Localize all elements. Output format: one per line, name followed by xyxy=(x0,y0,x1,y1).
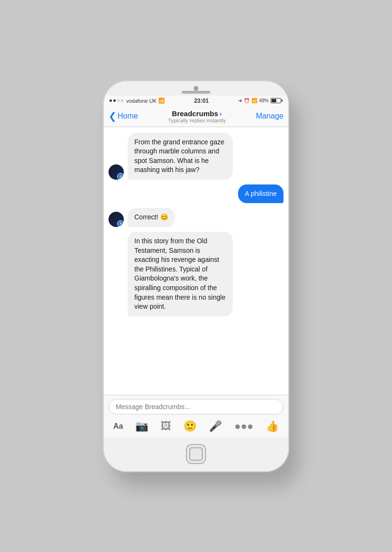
signal-dot-4 xyxy=(121,99,123,102)
messenger-badge: ⚡ xyxy=(117,173,124,180)
bluetooth-icon: 📶 xyxy=(251,98,257,103)
location-icon: ➜ xyxy=(238,98,242,103)
input-area: Aa 📷 🖼 🙂 🎤 ●●● 👍 xyxy=(104,395,288,437)
camera xyxy=(194,86,198,91)
avatar: ⚡ xyxy=(109,164,124,180)
phone-frame: vodafone UK 📶 23:01 ➜ ⏰ 📶 49% ❮ xyxy=(103,80,289,472)
signal-dot-3 xyxy=(117,99,120,102)
back-chevron-icon: ❮ xyxy=(109,110,117,122)
status-bar: vodafone UK 📶 23:01 ➜ ⏰ 📶 49% xyxy=(104,96,288,106)
battery-icon xyxy=(271,98,283,103)
received-bubble: From the grand entrance gaze through mar… xyxy=(128,133,233,180)
message-row: ⚡ From the grand entrance gaze through m… xyxy=(109,133,283,180)
camera-icon[interactable]: 📷 xyxy=(132,419,151,433)
home-button-inner xyxy=(189,447,203,461)
sent-bubble: A philistine xyxy=(238,184,283,204)
received-bubble: Correct! 😊 xyxy=(128,208,175,227)
chat-area: ⚡ From the grand entrance gaze through m… xyxy=(104,127,288,395)
battery-tip xyxy=(282,99,283,102)
alarm-icon: ⏰ xyxy=(244,98,250,103)
messenger-badge: ⚡ xyxy=(117,220,124,227)
message-row: ⚡ Correct! 😊 xyxy=(109,208,283,227)
status-left: vodafone UK 📶 xyxy=(109,97,165,104)
photo-gallery-icon[interactable]: 🖼 xyxy=(158,419,174,433)
message-row: In this story from the Old Testament, Sa… xyxy=(109,232,283,316)
home-button[interactable] xyxy=(186,444,206,464)
phone-bottom xyxy=(104,437,288,471)
nav-center: Breadcrumbs › Typically replies instantl… xyxy=(168,109,226,123)
microphone-icon[interactable]: 🎤 xyxy=(206,419,225,433)
avatar: ⚡ xyxy=(109,212,124,227)
emoji-icon[interactable]: 🙂 xyxy=(181,419,199,433)
battery-fill xyxy=(272,99,276,102)
received-bubble: In this story from the Old Testament, Sa… xyxy=(128,232,233,316)
phone-top xyxy=(104,81,288,96)
back-label[interactable]: Home xyxy=(118,112,138,120)
nav-bar: ❮ Home Breadcrumbs › Typically replies i… xyxy=(104,106,288,127)
more-icon[interactable]: ●●● xyxy=(231,419,256,433)
toolbar: Aa 📷 🖼 🙂 🎤 ●●● 👍 xyxy=(109,418,283,434)
battery-percent: 49% xyxy=(259,98,269,103)
speaker xyxy=(182,91,210,94)
nav-subtitle: Typically replies instantly xyxy=(168,118,226,123)
title-chevron-icon: › xyxy=(219,109,222,118)
page-title: Breadcrumbs xyxy=(172,109,218,118)
carrier-label: vodafone UK xyxy=(126,98,157,104)
back-button[interactable]: ❮ Home xyxy=(109,110,138,122)
signal-dot-2 xyxy=(113,99,116,102)
message-row: A philistine xyxy=(109,184,283,204)
font-icon[interactable]: Aa xyxy=(110,421,126,432)
message-input[interactable] xyxy=(109,399,283,414)
message-input-row xyxy=(109,399,283,414)
battery-body xyxy=(271,98,281,103)
manage-button[interactable]: Manage xyxy=(256,112,283,120)
nav-title: Breadcrumbs › xyxy=(172,109,222,118)
wifi-icon: 📶 xyxy=(158,97,165,104)
like-icon[interactable]: 👍 xyxy=(263,419,282,433)
status-right: ➜ ⏰ 📶 49% xyxy=(238,98,283,103)
time-display: 23:01 xyxy=(194,97,209,104)
signal-dot-1 xyxy=(109,99,112,102)
